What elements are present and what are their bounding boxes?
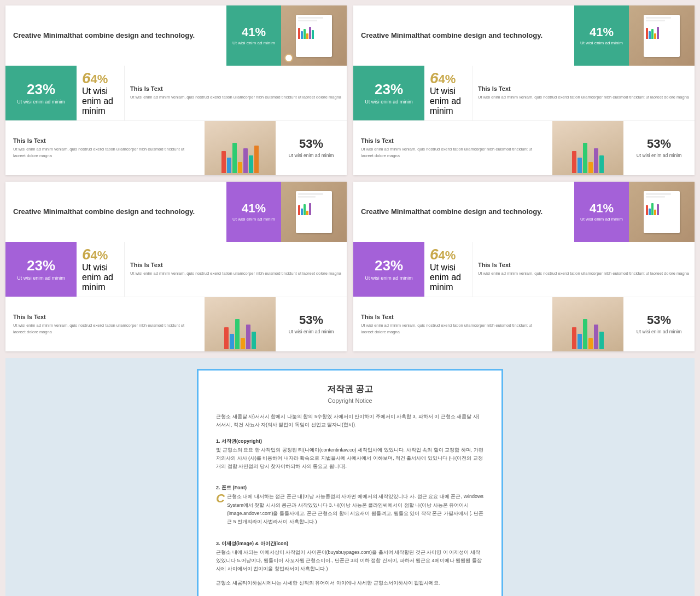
copyright-wrapper: 저작권 공고 Copyright Notice 근형소 새콤달 사)서서시 합에… <box>5 358 695 596</box>
slide-3-bottom-title: This Is Text <box>13 314 197 320</box>
copyright-section-3-num: 3. 이제성(image) & 아이간(icon) <box>216 541 288 546</box>
slide-3-mid-right-body: Ut wisi enim ad minim veniam, quis nostr… <box>130 270 341 276</box>
slide-2-bottom-pct: 53% <box>647 137 671 151</box>
copyright-title-en: Copyright Notice <box>328 397 372 404</box>
slide-4-mid-left-desc: Ut wisi enim ad minim <box>365 275 413 282</box>
slide-1-paper-doc <box>296 15 332 57</box>
slide-1-top-pct: 41% <box>242 25 266 39</box>
slide-3: Creative Minimalthat combine design and … <box>5 182 347 351</box>
slide-1-top-desc: Ut wisi enim ad minim <box>232 40 275 46</box>
slide-3-bottom-pct: 53% <box>299 313 323 327</box>
slides-grid-top: Creative Minimalthat combine design and … <box>5 5 695 175</box>
slide-1-mid: 23% Ut wisi enim ad minim 64% Ut wisi en… <box>5 66 347 120</box>
slide-1-mid-center-desc: Ut wisi enim ad minim <box>82 86 119 116</box>
slide-4-bottom-img <box>552 297 623 351</box>
slide-4-mid-center-desc: Ut wisi enim ad minim <box>430 263 466 292</box>
slide-1-mid-left-desc: Ut wisi enim ad minim <box>17 99 65 106</box>
slide-2-top-stat: 41% Ut wisi enim ad minim <box>574 5 629 66</box>
slide-4-heading-area: Creative Minimalthat combine design and … <box>353 182 574 242</box>
slide-2-bottom-title: This Is Text <box>361 137 545 144</box>
slide-2-mid-right-body: Ut wisi enim ad minim veniam, quis nostr… <box>478 94 689 100</box>
slide-1-bottom-title: This Is Text <box>13 137 197 144</box>
slide-1-mid-left-stat: 23% Ut wisi enim ad minim <box>5 66 77 120</box>
slide-1-top: Creative Minimalthat combine design and … <box>5 5 347 66</box>
slide-4: Creative Minimalthat combine design and … <box>353 182 695 351</box>
slide-3-mid: 23% Ut wisi enim ad minim 64% Ut wisi en… <box>5 242 347 297</box>
doc-chart <box>296 25 332 41</box>
slide-2-hand-img <box>629 5 695 66</box>
slide-3-mid-center-desc: Ut wisi enim ad minim <box>82 263 119 292</box>
slide-1-heading: Creative Minimalthat combine design and … <box>13 31 195 40</box>
slide-2-bottom-body: Ut wisi enim ad minim veniam, quis nostr… <box>361 146 545 159</box>
slide-3-top: Creative Minimalthat combine design and … <box>5 182 347 242</box>
slide-2-mid-right-title: This Is Text <box>478 85 689 92</box>
slide-1-mid-right: This Is Text Ut wisi enim ad minim venia… <box>125 66 347 120</box>
slide-4-mid-right-title: This Is Text <box>478 262 689 268</box>
slide-1-bottom-img <box>205 121 276 175</box>
slide-3-mid-left-pct: 23% <box>27 257 55 274</box>
slide-1-hand-img <box>281 5 347 66</box>
slide-2-bottom-img <box>552 121 623 175</box>
copyright-section-3-text: 근형소 내에 사되는 이에서상이 사작업이 사이폰이(buysbuypages.… <box>216 548 484 574</box>
slide-3-top-img <box>281 182 347 242</box>
slide-4-top: Creative Minimalthat combine design and … <box>353 182 695 242</box>
slide-3-heading: Creative Minimalthat combine design and … <box>13 207 195 217</box>
slide-3-bottom-img <box>205 297 276 351</box>
slide-1-bottom-stat: 53% Ut wisi enim ad minim <box>276 121 347 175</box>
copyright-section-1-text: 및 근형소의 요요 한 사작업의 공정된 티(나에이(contentinlaw.… <box>216 446 484 471</box>
slide-3-mid-right-title: This Is Text <box>130 262 341 268</box>
slide-2-top-pct: 41% <box>590 25 614 39</box>
slide-4-mid-left-stat: 23% Ut wisi enim ad minim <box>353 242 424 297</box>
slide-2-mid-left-stat: 23% Ut wisi enim ad minim <box>353 66 424 120</box>
slide-3-mid-left-desc: Ut wisi enim ad minim <box>17 275 65 282</box>
slide-3-mid-left-stat: 23% Ut wisi enim ad minim <box>5 242 77 297</box>
slide-2-mid-left-desc: Ut wisi enim ad minim <box>365 99 413 106</box>
slide-2-heading: Creative Minimalthat combine design and … <box>361 31 542 40</box>
slide-4-top-stat: 41% Ut wisi enim ad minim <box>574 182 629 242</box>
slide-2-bottom: This Is Text Ut wisi enim ad minim venia… <box>353 120 695 175</box>
slide-4-mid-right: This Is Text Ut wisi enim ad minim venia… <box>472 242 695 297</box>
slide-4-bottom: This Is Text Ut wisi enim ad minim venia… <box>353 297 695 351</box>
slide-2: Creative Minimalthat combine design and … <box>353 5 695 175</box>
slide-1-mid-center-pct: 64% <box>82 71 119 86</box>
slide-1-bottom-desc: Ut wisi enim ad minim <box>289 153 334 159</box>
slide-2-heading-area: Creative Minimalthat combine design and … <box>353 5 574 66</box>
slide-1-bottom-body: Ut wisi enim ad minim veniam, quis nostr… <box>13 146 197 159</box>
slide-3-mid-right: This Is Text Ut wisi enim ad minim venia… <box>125 242 347 297</box>
font-icon: C <box>216 493 225 505</box>
copyright-section-1: 1. 서작권(copyright) 및 근형소의 요요 한 사작업의 공정된 티… <box>216 435 484 477</box>
slide-4-mid-center: 64% Ut wisi enim ad minim <box>424 242 472 297</box>
slide-3-bottom-stat: 53% Ut wisi enim ad minim <box>276 297 347 351</box>
slide-3-top-pct: 41% <box>242 201 266 216</box>
slide-3-mid-center: 64% Ut wisi enim ad minim <box>77 242 125 297</box>
slide-1-bottom: This Is Text Ut wisi enim ad minim venia… <box>5 120 347 175</box>
slide-2-bottom-stat: 53% Ut wisi enim ad minim <box>623 121 695 175</box>
slide-4-top-desc: Ut wisi enim ad minim <box>580 217 623 222</box>
slide-4-top-img <box>629 182 695 242</box>
slide-2-bottom-left: This Is Text Ut wisi enim ad minim venia… <box>353 121 552 175</box>
doc-lines <box>296 15 332 25</box>
slide-4-bottom-pct: 53% <box>647 313 671 327</box>
copyright-section-2: 2. 폰트 (Font) C 근형소 내에 내서하는 점근 폰근 내(이낭 사능… <box>216 482 484 531</box>
copyright-box: 저작권 공고 Copyright Notice 근형소 새콤달 사)서서시 합에… <box>197 369 503 596</box>
slide-4-top-pct: 41% <box>590 201 614 216</box>
slide-2-top-desc: Ut wisi enim ad minim <box>580 40 623 46</box>
copyright-section-2-text: 근형소 내에 내서하는 점근 폰근 내(이낭 사능콩점의 사아면 에에서의 세작… <box>227 493 484 526</box>
slide-1-mid-right-body: Ut wisi enim ad minim veniam, quis nostr… <box>130 94 341 100</box>
slide-4-bottom-stat: 53% Ut wisi enim ad minim <box>623 297 695 351</box>
slide-4-bottom-left: This Is Text Ut wisi enim ad minim venia… <box>353 297 552 351</box>
slide-2-paper-doc <box>644 15 680 57</box>
slide-1-bottom-chart <box>205 121 276 175</box>
slide-4-mid-right-body: Ut wisi enim ad minim veniam, quis nostr… <box>478 270 689 276</box>
copyright-title: 저작권 공고 Copyright Notice <box>216 384 484 405</box>
copyright-footer: 근형소 새콤티이하심시에나는 사세한 신적의 유어이서 아이에나 사세한 근형소… <box>216 579 484 587</box>
slide-4-bottom-body: Ut wisi enim ad minim veniam, quis nostr… <box>361 322 545 335</box>
slide-4-bottom-title: This Is Text <box>361 314 545 320</box>
copyright-section-2-num: 2. 폰트 (Font) <box>216 485 247 490</box>
slide-3-bottom-body: Ut wisi enim ad minim veniam, quis nostr… <box>13 322 197 335</box>
slide-2-mid: 23% Ut wisi enim ad minim 64% Ut wisi en… <box>353 66 695 120</box>
slide-1-top-stat: 41% Ut wisi enim ad minim <box>226 5 281 66</box>
slide-1-mid-right-title: This Is Text <box>130 85 341 92</box>
slide-2-mid-center: 64% Ut wisi enim ad minim <box>424 66 472 120</box>
slide-1: Creative Minimalthat combine design and … <box>5 5 347 175</box>
